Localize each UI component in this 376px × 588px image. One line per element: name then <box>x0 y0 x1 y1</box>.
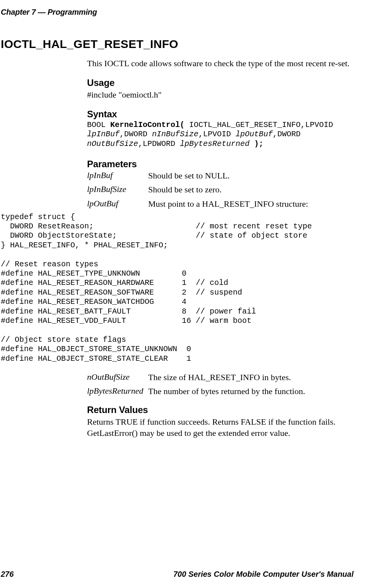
parameter-description: Must point to a HAL_RESET_INFO structure… <box>148 199 308 209</box>
usage-include-line: #include "oemioctl.h" <box>87 89 354 100</box>
parameter-description: The size of HAL_RESET_INFO in bytes. <box>148 372 291 383</box>
usage-heading: Usage <box>87 77 354 88</box>
syntax-code: BOOL KernelIoControl( IOCTL_HAL_GET_RESE… <box>87 120 354 149</box>
chapter-label: Chapter 7 <box>1 8 36 16</box>
page-number: 276 <box>1 570 14 579</box>
syntax-arg: nInBufSize <box>152 130 198 139</box>
running-header: Chapter 7 — Programming <box>0 8 354 17</box>
syntax-sep: ,LPVOID <box>198 130 236 139</box>
parameter-name: nOutBufSize <box>87 372 148 383</box>
syntax-func-name: KernelIoControl( <box>110 120 185 129</box>
syntax-prefix: BOOL <box>87 120 110 129</box>
parameter-row: lpInBufSize Should be set to zero. <box>87 184 354 195</box>
syntax-close: ); <box>250 139 263 148</box>
manual-title: 700 Series Color Mobile Computer User's … <box>173 570 354 579</box>
intro-paragraph: This IOCTL code allows software to check… <box>87 58 354 69</box>
parameter-description: The number of bytes returned by the func… <box>148 386 305 397</box>
parameter-row: lpBytesReturned The number of bytes retu… <box>87 386 354 397</box>
parameter-row: lpOutBuf Must point to a HAL_RESET_INFO … <box>87 199 354 209</box>
syntax-arg: nOutBufSize <box>87 139 138 148</box>
page: Chapter 7 — Programming IOCTL_HAL_GET_RE… <box>0 0 376 588</box>
parameters-heading: Parameters <box>87 159 354 170</box>
syntax-arg: lpBytesReturned <box>180 139 250 148</box>
syntax-sep: ,DWORD <box>273 130 301 139</box>
struct-definition-code: typedef struct { DWORD ResetReason; // m… <box>1 213 354 363</box>
parameter-row: nOutBufSize The size of HAL_RESET_INFO i… <box>87 372 354 383</box>
syntax-sep: ,DWORD <box>120 130 152 139</box>
page-footer: 276 700 Series Color Mobile Computer Use… <box>0 570 376 579</box>
section-title: IOCTL_HAL_GET_RESET_INFO <box>0 38 354 51</box>
syntax-sep: ,LPDWORD <box>138 139 180 148</box>
parameter-description: Should be set to zero. <box>148 184 222 195</box>
return-values-heading: Return Values <box>87 405 354 415</box>
syntax-heading: Syntax <box>87 109 354 120</box>
parameter-name: lpInBufSize <box>87 184 148 195</box>
syntax-arg: lpInBuf <box>87 130 120 139</box>
return-values-body: Returns TRUE if function succeeds. Retur… <box>87 416 354 439</box>
syntax-line1-suffix: IOCTL_HAL_GET_RESET_INFO,LPVOID <box>185 120 333 129</box>
parameter-description: Should be set to NULL. <box>148 170 230 181</box>
parameter-name: lpBytesReturned <box>87 386 148 397</box>
parameter-row: lpInBuf Should be set to NULL. <box>87 170 354 181</box>
parameter-name: lpInBuf <box>87 170 148 181</box>
parameter-name: lpOutBuf <box>87 199 148 209</box>
separator-dash: — <box>36 8 48 16</box>
chapter-title: Programming <box>48 8 97 16</box>
syntax-arg: lpOutBuf <box>236 130 273 139</box>
